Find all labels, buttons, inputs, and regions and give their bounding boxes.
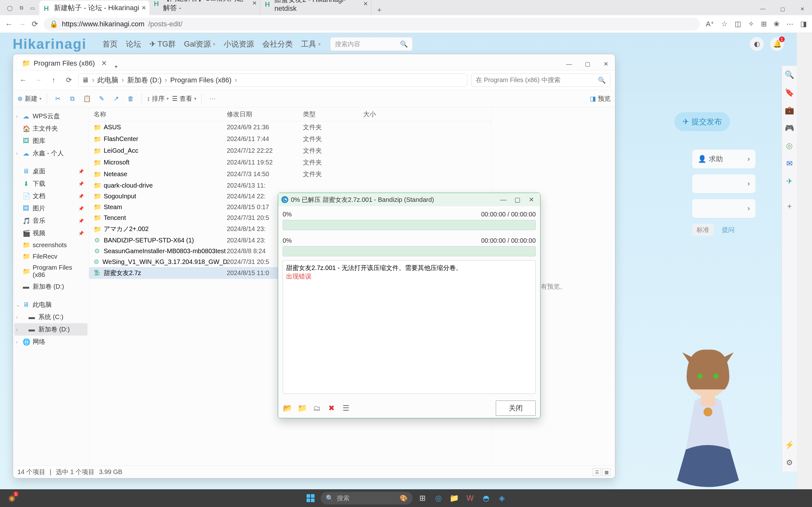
nav-novel[interactable]: 小说资源: [223, 39, 254, 49]
close-button[interactable]: 关闭: [496, 400, 536, 416]
nav-xinjia[interactable]: ▬新加卷 (D:): [14, 280, 88, 293]
view-button[interactable]: ☰ 查看 ▾: [172, 95, 196, 103]
open-archive-icon[interactable]: 📁: [297, 403, 307, 413]
nav-music[interactable]: 🎵音乐📌: [14, 215, 88, 227]
briefcase-icon[interactable]: 💼: [785, 106, 794, 115]
theme-icon[interactable]: ◐: [750, 37, 764, 51]
file-row[interactable]: 📁ASUS2024/6/9 21:36文件夹: [89, 121, 491, 133]
collections-icon[interactable]: ⊞: [761, 20, 767, 28]
details-view-icon[interactable]: ☰: [593, 468, 601, 476]
nav-pictures[interactable]: 🖼图片📌: [14, 202, 88, 215]
close-icon[interactable]: ✕: [597, 58, 615, 70]
refresh-icon[interactable]: ⟳: [63, 74, 74, 86]
file-explorer-icon[interactable]: 📁: [448, 492, 460, 504]
crumb-folder[interactable]: Program Files (x86): [170, 76, 232, 84]
nav-tools[interactable]: 工具 ▾: [301, 39, 321, 49]
minimize-icon[interactable]: —: [497, 195, 510, 204]
site-search-input[interactable]: 搜索内容 🔍: [330, 37, 413, 51]
task-view-icon[interactable]: ⊞: [416, 492, 428, 504]
app-wps-icon[interactable]: W: [464, 492, 476, 504]
new-tab-button[interactable]: ＋: [111, 63, 121, 70]
back-icon[interactable]: ←: [5, 20, 13, 29]
rename-icon[interactable]: ✎: [96, 93, 107, 104]
nav-network[interactable]: ›🌐网络: [14, 336, 88, 348]
outlook-icon[interactable]: ✉: [786, 159, 793, 168]
breadcrumb[interactable]: 🖥› 此电脑› 新加卷 (D:)› Program Files (x86)›: [78, 73, 467, 87]
profile-icon[interactable]: ◯: [7, 5, 13, 11]
games-icon[interactable]: 🎮: [785, 124, 794, 132]
explorer-search-input[interactable]: 在 Program Files (x86) 中搜索 🔍: [471, 73, 611, 87]
file-row[interactable]: 📁Netease2024/7/3 14:50文件夹: [89, 168, 491, 180]
extensions-icon[interactable]: ❀: [774, 20, 779, 28]
nav-videos[interactable]: 🎬视频📌: [14, 227, 88, 239]
close-icon[interactable]: ✕: [252, 0, 257, 7]
nav-filerecv[interactable]: 📁FileRecv: [14, 250, 88, 262]
side-row-3[interactable]: ›: [692, 199, 756, 218]
taskbar-search[interactable]: 🔍 搜索 🎨: [321, 492, 413, 504]
crumb-thispc[interactable]: 此电脑: [97, 75, 118, 85]
nav-documents[interactable]: 📄文档📌: [14, 190, 88, 202]
copilot-icon[interactable]: ◎: [786, 141, 793, 150]
close-icon[interactable]: ✕: [792, 3, 812, 15]
file-row[interactable]: 📁FlashCenter2024/6/11 7:44文件夹: [89, 133, 491, 145]
read-aloud-icon[interactable]: A⁺: [706, 20, 714, 28]
app-todesk-icon[interactable]: ◎: [432, 492, 444, 504]
icons-view-icon[interactable]: ▦: [602, 468, 611, 476]
sort-button[interactable]: ↕ 排序 ▾: [147, 95, 169, 103]
nav-desktop[interactable]: 🖥桌面📌: [14, 165, 88, 177]
nav-company[interactable]: 会社分类: [262, 39, 293, 49]
close-icon[interactable]: ✕: [101, 59, 107, 67]
app-todesk2-icon[interactable]: ◈: [496, 492, 508, 504]
nav-tg[interactable]: ✈ TG群: [149, 39, 176, 49]
edge-icon[interactable]: ◓: [480, 492, 492, 504]
explorer-tab[interactable]: 📁 Program Files (x86) ✕: [17, 57, 111, 70]
col-type[interactable]: 类型: [303, 110, 363, 118]
close-icon[interactable]: ✕: [142, 4, 146, 11]
nav-xinjia-2[interactable]: ›▬新加卷 (D:): [14, 323, 88, 336]
search-icon[interactable]: 🔍: [785, 70, 794, 79]
nav-onedrive[interactable]: ›☁永鑫 - 个人: [14, 147, 88, 159]
delete-icon[interactable]: 🗑: [125, 93, 136, 104]
workspaces-icon[interactable]: ⧉: [20, 5, 23, 11]
new-button[interactable]: ⊕ 新建 ▾: [17, 95, 42, 103]
file-row[interactable]: 📁Microsoft2024/6/11 19:52文件夹: [89, 157, 491, 168]
list-header[interactable]: 名称 修改日期 类型 大小: [89, 107, 491, 121]
paste-icon[interactable]: 📋: [81, 93, 93, 104]
open-folder-icon[interactable]: 📂: [283, 403, 293, 413]
maximize-icon[interactable]: ▢: [773, 3, 792, 15]
new-tab-button[interactable]: ＋: [374, 4, 385, 15]
site-logo[interactable]: Hikarinagi: [13, 36, 87, 52]
menu-icon[interactable]: ⋯: [786, 20, 793, 28]
col-name[interactable]: 名称: [94, 110, 227, 118]
copy-icon[interactable]: ⧉: [67, 93, 78, 104]
drop-icon[interactable]: ✈: [786, 177, 793, 186]
bell-icon[interactable]: 🔔1: [770, 37, 784, 51]
nav-gal[interactable]: Gal资源 ▾: [184, 39, 215, 49]
sidebar-toggle-icon[interactable]: ◨: [800, 20, 807, 28]
widget-icon[interactable]: ◉1: [6, 492, 18, 504]
nav-downloads[interactable]: ⬇下载📌: [14, 177, 88, 190]
refresh-icon[interactable]: ⟳: [32, 20, 38, 29]
side-help-row[interactable]: 👤求助 ›: [692, 150, 756, 169]
tab-actions-icon[interactable]: ▭: [30, 5, 35, 11]
browser-tab-2[interactable]: H 甜蜜女友2 - Hikarinagi-netdisk ✕: [260, 0, 371, 15]
settings-icon[interactable]: ⚙: [786, 458, 793, 467]
log-area[interactable]: 甜蜜女友2.7z.001 - 无法打开该压缩文件。需要其他压缩分卷。 出现错误: [283, 260, 536, 394]
nav-mainfolder[interactable]: 🏠主文件夹: [14, 122, 88, 135]
explorer-nav-tree[interactable]: ›☁WPS云盘 🏠主文件夹 🖼图库 ›☁永鑫 - 个人 🖥桌面📌 ⬇下载📌 📄文…: [13, 107, 89, 465]
minimize-icon[interactable]: —: [753, 3, 773, 15]
split-icon[interactable]: ◫: [734, 20, 741, 28]
nav-thispc[interactable]: ⌄🖥此电脑: [14, 298, 88, 311]
preview-toggle[interactable]: ◨ 预览: [590, 95, 611, 103]
url-input[interactable]: 🔒 https://www.hikarinagi.com/posts-edit/: [44, 18, 700, 31]
nav-pf86[interactable]: 📁Program Files (x86: [14, 262, 88, 280]
test-icon[interactable]: 🗂: [312, 403, 322, 413]
nav-screenshots[interactable]: 📁screenshots: [14, 239, 88, 250]
up-icon[interactable]: ↑: [48, 74, 59, 86]
col-date[interactable]: 修改日期: [227, 110, 303, 118]
file-row[interactable]: 📁LeiGod_Acc2024/7/12 22:22文件夹: [89, 145, 491, 157]
close-icon[interactable]: ✕: [525, 195, 538, 204]
nav-wps[interactable]: ›☁WPS云盘: [14, 110, 88, 122]
crumb-drive[interactable]: 新加卷 (D:): [127, 75, 162, 85]
back-icon[interactable]: ←: [17, 74, 29, 86]
